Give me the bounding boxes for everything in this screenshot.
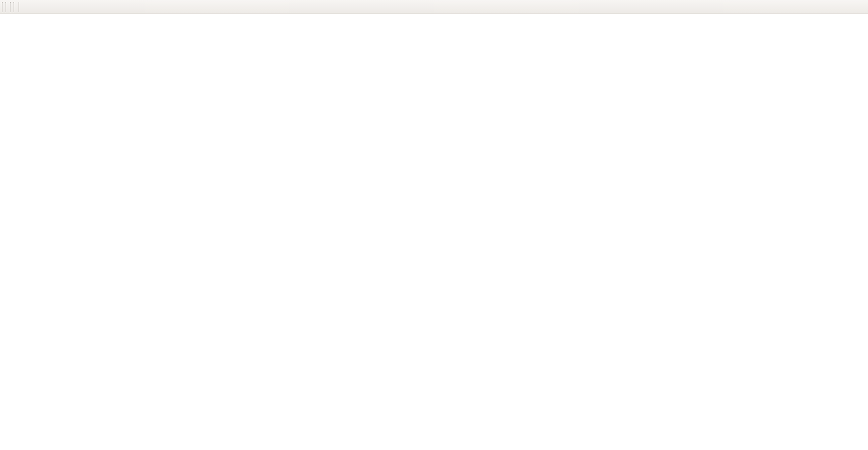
- toolbar-grip[interactable]: [2, 2, 6, 12]
- toolbar-grip-2[interactable]: [10, 2, 14, 12]
- toolbar-separator: [19, 2, 19, 12]
- chart-title: [4, 16, 8, 23]
- mt4-terminal: [0, 0, 868, 450]
- chart-canvas[interactable]: [0, 15, 868, 450]
- chart-toolbar: [0, 0, 868, 14]
